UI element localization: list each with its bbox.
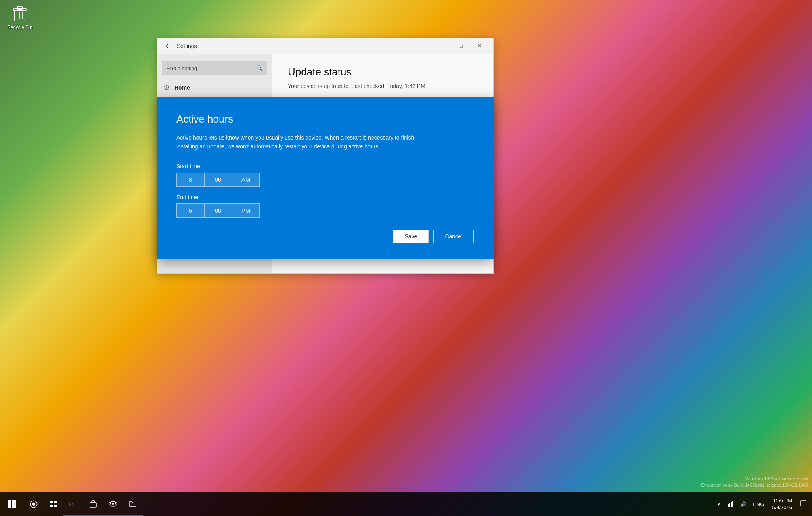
svg-rect-15	[54, 505, 57, 507]
start-button[interactable]	[0, 492, 24, 516]
network-icon[interactable]	[726, 499, 735, 510]
taskbar: e	[0, 492, 812, 516]
dialog-description: Active hours lets us know when you usual…	[176, 133, 414, 151]
svg-rect-22	[732, 501, 733, 507]
clock-time: 1:56 PM	[772, 497, 792, 504]
taskbar-explorer[interactable]	[123, 492, 143, 516]
cancel-button[interactable]: Cancel	[433, 230, 474, 243]
svg-rect-20	[729, 503, 730, 507]
svg-rect-8	[8, 504, 11, 508]
language-label[interactable]: ENG	[751, 500, 766, 509]
update-status-title: Update status	[288, 66, 477, 78]
svg-rect-13	[54, 501, 57, 503]
svg-rect-23	[801, 501, 806, 506]
home-icon: ⚙	[163, 83, 170, 92]
recycle-bin-icon[interactable]: Recycle Bin	[4, 4, 36, 30]
svg-rect-12	[50, 501, 53, 503]
svg-rect-9	[12, 504, 16, 508]
taskbar-store[interactable]	[83, 492, 103, 516]
desktop: Recycle Bin Settings ─ □ ✕	[0, 0, 812, 516]
cortana-button[interactable]	[24, 492, 44, 516]
svg-rect-21	[731, 502, 732, 507]
active-hours-dialog: Active hours Active hours lets us know w…	[157, 97, 494, 259]
notification-icon[interactable]	[799, 499, 808, 510]
search-icon[interactable]: 🔍	[256, 65, 263, 71]
end-ampm-input[interactable]	[232, 203, 260, 218]
svg-rect-7	[12, 500, 16, 504]
taskbar-edge[interactable]: e	[63, 492, 83, 516]
close-button[interactable]: ✕	[470, 40, 488, 52]
save-button[interactable]: Save	[393, 230, 429, 243]
update-status-text: Your device is up to date. Last checked:…	[288, 83, 477, 89]
start-time-label: Start time	[176, 163, 474, 169]
dialog-title: Active hours	[176, 113, 474, 125]
system-clock[interactable]: 1:56 PM 5/4/2016	[769, 495, 795, 513]
svg-rect-17	[90, 503, 96, 507]
end-time-inputs	[176, 203, 474, 218]
end-minute-input[interactable]	[204, 203, 232, 218]
start-time-inputs	[176, 173, 474, 187]
recycle-bin-label: Recycle Bin	[7, 25, 32, 30]
svg-rect-6	[8, 500, 11, 504]
window-title: Settings	[177, 43, 197, 49]
maximize-button[interactable]: □	[452, 40, 470, 52]
search-box[interactable]: 🔍	[162, 61, 267, 75]
tray-chevron-icon[interactable]: ∧	[716, 500, 723, 509]
svg-point-11	[32, 503, 36, 506]
sidebar-home-label: Home	[174, 84, 190, 91]
start-ampm-input[interactable]	[232, 173, 260, 187]
svg-rect-19	[728, 504, 729, 507]
taskbar-apps: e	[63, 492, 716, 516]
watermark-line2: Evaluation copy. Build 14332.rs1_release…	[701, 482, 808, 489]
dialog-actions: Save Cancel	[176, 230, 474, 243]
window-titlebar: Settings ─ □ ✕	[157, 38, 493, 54]
watermark: Windows 10 Pro Insider Preview Evaluatio…	[701, 475, 808, 488]
task-view-button[interactable]	[44, 492, 63, 516]
clock-date: 5/4/2016	[772, 504, 792, 511]
system-tray: ∧ 🔊 ENG 1:56 PM 5/4/2016	[716, 492, 812, 516]
volume-icon[interactable]: 🔊	[739, 500, 748, 509]
sidebar-home-item[interactable]: ⚙ Home	[157, 79, 272, 97]
start-hour-input[interactable]	[176, 173, 204, 187]
window-controls: ─ □ ✕	[434, 40, 488, 52]
end-time-row: End time	[176, 194, 474, 218]
start-time-row: Start time	[176, 163, 474, 187]
svg-point-18	[112, 503, 114, 505]
svg-rect-14	[50, 505, 53, 507]
svg-text:e: e	[69, 500, 73, 508]
minimize-button[interactable]: ─	[434, 40, 452, 52]
svg-rect-2	[17, 7, 22, 9]
end-time-label: End time	[176, 194, 474, 200]
search-input[interactable]	[166, 65, 256, 71]
end-hour-input[interactable]	[176, 203, 204, 218]
watermark-line1: Windows 10 Pro Insider Preview	[701, 475, 808, 482]
taskbar-settings[interactable]	[103, 492, 123, 516]
recycle-bin-image	[10, 4, 29, 23]
start-minute-input[interactable]	[204, 173, 232, 187]
window-back-button[interactable]	[162, 40, 173, 52]
